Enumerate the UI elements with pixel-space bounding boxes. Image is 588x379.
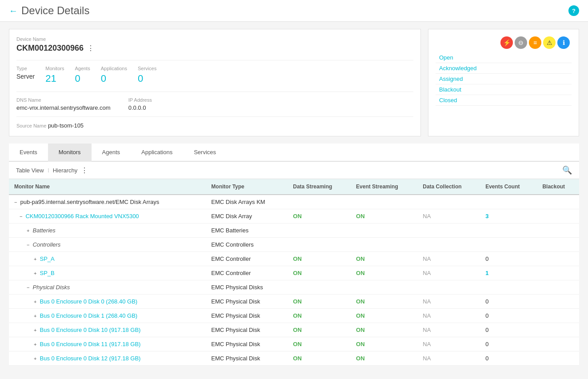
monitors-value: 21 <box>45 73 64 84</box>
table-row: + Bus 0 Enclosure 0 Disk 12 (917.18 GB)E… <box>9 351 579 366</box>
table-row: + Bus 0 Enclosure 0 Disk 10 (917.18 GB)E… <box>9 323 579 337</box>
monitor-type-cell: EMC Physical Disk <box>206 337 288 351</box>
status-cell <box>500 84 515 95</box>
events-count-cell <box>480 238 537 252</box>
expand-button[interactable]: − <box>14 199 18 205</box>
monitor-name[interactable]: CKM00120300966 Rack Mounted VNX5300 <box>25 213 139 219</box>
data-streaming-cell: ON <box>288 337 351 351</box>
header-left: ← Device Details <box>9 4 89 17</box>
warning-icon: ⚠ <box>543 36 556 49</box>
event-streaming-cell <box>351 223 417 238</box>
monitor-table: Monitor NameMonitor TypeData StreamingEv… <box>9 179 579 366</box>
services-label: Services <box>138 66 156 71</box>
monitors-label: Monitors <box>45 66 64 71</box>
monitor-type-cell: EMC Physical Disk <box>206 309 288 323</box>
col-header-monitor-name: Monitor Name <box>9 179 206 195</box>
status-cell <box>500 63 515 74</box>
data-streaming-cell <box>288 238 351 252</box>
data-streaming-cell: ON <box>288 295 351 309</box>
table-row: − CKM00120300966 Rack Mounted VNX5300EMC… <box>9 209 579 223</box>
monitor-name[interactable]: SP_A <box>40 255 54 262</box>
data-streaming-cell <box>288 280 351 295</box>
status-row: Acknowledged <box>436 63 572 74</box>
back-button[interactable]: ← <box>9 6 18 16</box>
monitor-name[interactable]: Bus 0 Enclosure 0 Disk 12 (917.18 GB) <box>40 355 140 362</box>
status-row-label: Acknowledged <box>436 63 500 74</box>
expand-button[interactable]: + <box>34 256 38 262</box>
data-collection-cell: NA <box>417 351 480 366</box>
data-collection-cell: NA <box>417 295 480 309</box>
table-toolbar: Table View ⁞ Hierarchy ⋮ 🔍 <box>9 162 579 179</box>
table-row: + Bus 0 Enclosure 0 Disk 1 (268.40 GB)EM… <box>9 309 579 323</box>
blackout-cell <box>537 238 579 252</box>
blackout-cell <box>537 295 579 309</box>
expand-button[interactable]: − <box>27 242 31 247</box>
status-cell <box>500 74 515 84</box>
monitor-table-wrap: Monitor NameMonitor TypeData StreamingEv… <box>9 179 579 366</box>
expand-button[interactable]: − <box>27 285 31 290</box>
events-count-cell: 3 <box>480 209 537 223</box>
expand-button[interactable]: + <box>34 327 38 333</box>
search-button[interactable]: 🔍 <box>562 165 572 175</box>
table-row: − pub-pa95.internal.sentrysoftware.net/E… <box>9 195 579 209</box>
hierarchy-button[interactable]: Hierarchy <box>53 167 78 174</box>
monitor-name-cell: − Controllers <box>9 238 206 252</box>
status-cell <box>515 63 529 74</box>
table-view-button[interactable]: Table View <box>16 167 44 174</box>
data-collection-cell: NA <box>417 266 480 280</box>
tab-monitors[interactable]: Monitors <box>48 144 92 162</box>
data-collection-cell: NA <box>417 309 480 323</box>
monitor-name: Physical Disks <box>32 284 70 291</box>
status-cell <box>529 74 543 84</box>
status-cell <box>543 84 557 95</box>
device-menu-button[interactable]: ⋮ <box>87 44 94 52</box>
page-title: Device Details <box>21 4 89 17</box>
source-label: Source Name <box>16 123 46 128</box>
monitor-name[interactable]: Bus 0 Enclosure 0 Disk 0 (268.40 GB) <box>40 298 137 305</box>
help-button[interactable]: ? <box>568 5 579 16</box>
stats-row: Type Server Monitors 21 Agents 0 Applica… <box>16 60 413 84</box>
status-row: Open <box>436 52 572 63</box>
monitor-name[interactable]: Bus 0 Enclosure 0 Disk 10 (917.18 GB) <box>40 327 140 333</box>
monitor-name[interactable]: SP_B <box>40 270 54 276</box>
monitor-name-cell: + Bus 0 Enclosure 0 Disk 1 (268.40 GB) <box>9 309 206 323</box>
event-streaming-cell <box>351 280 417 295</box>
events-status-card: ⚡ ⊖ ≡ ⚠ ℹ OpenAcknowledgedAssignedBlacko… <box>428 29 579 136</box>
expand-button[interactable]: + <box>34 356 38 361</box>
monitor-name[interactable]: Bus 0 Enclosure 0 Disk 1 (268.40 GB) <box>40 312 137 319</box>
blackout-cell <box>537 337 579 351</box>
content-area: Device Name CKM00120300966 ⋮ Type Server… <box>0 22 588 373</box>
expand-button[interactable]: + <box>34 299 38 304</box>
data-streaming-cell <box>288 195 351 209</box>
col-header-event-streaming: Event Streaming <box>351 179 417 195</box>
status-cell <box>529 84 543 95</box>
monitor-type-cell: EMC Disk Array <box>206 209 288 223</box>
status-cell <box>500 95 515 106</box>
toolbar-menu-button[interactable]: ⋮ <box>81 166 88 175</box>
status-cell <box>557 52 572 63</box>
expand-button[interactable]: + <box>34 271 38 276</box>
tab-agents[interactable]: Agents <box>92 144 131 162</box>
monitor-type-cell: EMC Disk Arrays KM <box>206 195 288 209</box>
info-row: DNS Name emc-vnx.internal.sentrysoftware… <box>16 92 413 111</box>
services-value: 0 <box>138 73 156 84</box>
monitor-name[interactable]: Bus 0 Enclosure 0 Disk 11 (917.18 GB) <box>40 341 140 347</box>
table-row: + SP_BEMC ControllerONONNA1 <box>9 266 579 280</box>
event-streaming-cell <box>351 238 417 252</box>
applications-stat: Applications 0 <box>101 66 127 84</box>
tab-applications[interactable]: Applications <box>131 144 183 162</box>
monitor-type-cell: EMC Controllers <box>206 238 288 252</box>
events-count-cell: 0 <box>480 323 537 337</box>
tab-services[interactable]: Services <box>183 144 227 162</box>
monitor-name: pub-pa95.internal.sentrysoftware.net/EMC… <box>20 199 159 205</box>
type-label: Type <box>16 66 35 71</box>
minor-icon: ≡ <box>529 36 541 49</box>
status-row: Closed <box>436 95 572 106</box>
tab-events[interactable]: Events <box>9 144 48 162</box>
status-row-label: Open <box>436 52 500 63</box>
expand-button[interactable]: + <box>34 342 38 347</box>
expand-button[interactable]: − <box>20 214 24 219</box>
expand-button[interactable]: + <box>34 313 38 319</box>
expand-button[interactable]: + <box>27 228 31 233</box>
monitor-name-cell: + Bus 0 Enclosure 0 Disk 11 (917.18 GB) <box>9 337 206 351</box>
